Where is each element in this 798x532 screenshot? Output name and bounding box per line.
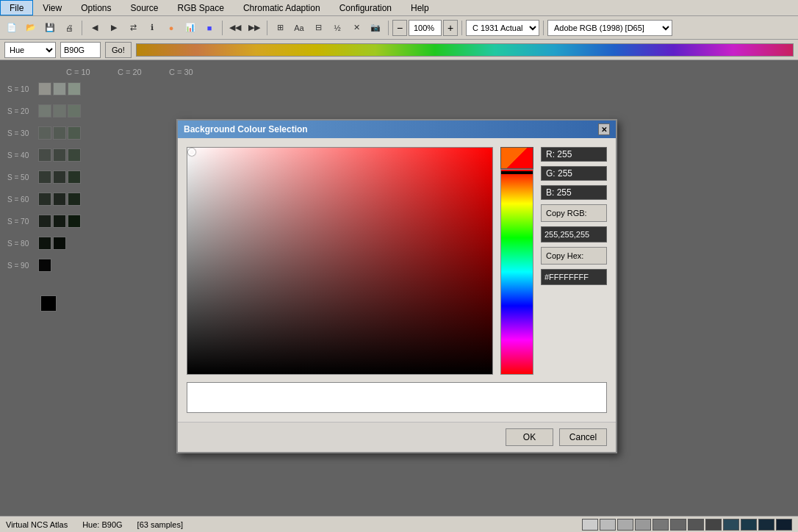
picker-handle[interactable] <box>188 148 195 156</box>
ok-button[interactable]: OK <box>506 428 553 446</box>
forward-button[interactable]: ▶ <box>105 19 123 37</box>
save-button[interactable]: 💾 <box>41 19 59 37</box>
status-swatch-1[interactable] <box>582 519 598 531</box>
cross-button[interactable]: ✕ <box>348 19 365 37</box>
sep4 <box>388 21 389 35</box>
label-button[interactable]: Aa <box>290 19 308 37</box>
profile1-select[interactable]: C 1931 Actual <box>466 20 539 36</box>
color-wheel-button[interactable]: ● <box>162 19 180 37</box>
gradient-inner <box>187 148 492 374</box>
new-button[interactable]: 📄 <box>3 19 21 37</box>
status-swatch-10[interactable] <box>741 519 757 531</box>
sep6 <box>543 21 544 35</box>
menu-configuration[interactable]: Configuration <box>330 0 401 15</box>
copy-rgb-input[interactable] <box>541 226 607 242</box>
back-button[interactable]: ◀ <box>86 19 104 37</box>
dialog-body: R: 255 G: 255 B: 255 Copy RGB: Copy Hex: <box>178 138 616 422</box>
status-swatch-6[interactable] <box>670 519 686 531</box>
hue-spectrum <box>136 43 794 57</box>
zoom-in-button[interactable]: + <box>443 20 458 36</box>
next-hue-button[interactable]: ▶▶ <box>245 19 263 37</box>
b-value: B: 255 <box>541 185 607 200</box>
dialog-footer: OK Cancel <box>178 422 616 452</box>
menu-help[interactable]: Help <box>401 0 439 15</box>
menu-source[interactable]: Source <box>121 0 168 15</box>
hue-bar: Hue Go! <box>0 40 798 60</box>
dialog-close-button[interactable]: ✕ <box>598 123 610 135</box>
zoom-out-button[interactable]: − <box>392 20 407 36</box>
sep2 <box>222 21 223 35</box>
color-sample <box>500 147 533 169</box>
status-swatches <box>582 519 792 531</box>
info-button[interactable]: ℹ <box>143 19 161 37</box>
sep5 <box>461 21 462 35</box>
background-colour-dialog: Background Colour Selection ✕ <box>176 119 617 453</box>
status-swatch-2[interactable] <box>600 519 616 531</box>
dialog-titlebar: Background Colour Selection ✕ <box>178 121 616 138</box>
g-value: G: 255 <box>541 166 607 181</box>
profile2-select[interactable]: Adobe RGB (1998) [D65] <box>547 20 672 36</box>
camera-button[interactable]: 📷 <box>367 19 384 37</box>
hue-slider[interactable] <box>500 169 533 375</box>
status-swatch-3[interactable] <box>617 519 633 531</box>
print-button[interactable]: 🖨 <box>60 19 78 37</box>
split-button[interactable]: ⊟ <box>309 19 327 37</box>
sep3 <box>267 21 267 35</box>
zoom-level: 100% <box>409 20 442 36</box>
open-button[interactable]: 📂 <box>22 19 40 37</box>
menu-file[interactable]: File <box>0 0 33 15</box>
sep1 <box>82 21 82 35</box>
status-swatch-12[interactable] <box>776 519 792 531</box>
color-preview-strip <box>187 382 607 413</box>
hue-value-input[interactable] <box>60 42 101 58</box>
chart-area: C = 10 C = 20 C = 30 S = 10 S = 20 S = 3… <box>0 60 798 516</box>
menu-options[interactable]: Options <box>71 0 121 15</box>
status-swatch-8[interactable] <box>705 519 722 531</box>
grid-button[interactable]: ⊞ <box>271 19 289 37</box>
square-button[interactable]: ■ <box>201 19 218 37</box>
dialog-title: Background Colour Selection <box>184 124 308 134</box>
status-swatch-5[interactable] <box>653 519 669 531</box>
copy-hex-input[interactable] <box>541 269 607 285</box>
menu-view[interactable]: View <box>33 0 71 15</box>
status-swatch-9[interactable] <box>723 519 739 531</box>
toolbar: 📄 📂 💾 🖨 ◀ ▶ ⇄ ℹ ● 📊 ■ ◀◀ ▶▶ ⊞ Aa ⊟ ½ ✕ 📷… <box>0 16 798 40</box>
dialog-overlay: Background Colour Selection ✕ <box>0 60 798 516</box>
menu-bar: File View Options Source RGB Space Chrom… <box>0 0 798 16</box>
copy-rgb-button[interactable]: Copy RGB: <box>541 204 607 222</box>
prev-hue-button[interactable]: ◀◀ <box>226 19 244 37</box>
status-bar: Virtual NCS Atlas Hue: B90G [63 samples] <box>0 516 798 532</box>
hue-slider-handle[interactable] <box>501 171 533 177</box>
status-swatch-11[interactable] <box>758 519 774 531</box>
samples-info: [63 samples] <box>137 520 183 529</box>
hue-go-button[interactable]: Go! <box>105 42 132 58</box>
color-picker-row: R: 255 G: 255 B: 255 Copy RGB: Copy Hex: <box>187 147 607 375</box>
chart-button[interactable]: 📊 <box>181 19 199 37</box>
main-area: C = 10 C = 20 C = 30 S = 10 S = 20 S = 3… <box>0 60 798 516</box>
rgb-panel: R: 255 G: 255 B: 255 Copy RGB: Copy Hex: <box>541 147 607 285</box>
menu-chromatic[interactable]: Chromatic Adaption <box>234 0 330 15</box>
hue-mode-select[interactable]: Hue <box>4 42 56 58</box>
menu-rgb-space[interactable]: RGB Space <box>168 0 234 15</box>
r-value: R: 255 <box>541 147 607 162</box>
hue-slider-container <box>500 147 533 375</box>
status-swatch-7[interactable] <box>688 519 704 531</box>
color-gradient-picker[interactable] <box>187 147 493 375</box>
status-swatch-4[interactable] <box>635 519 651 531</box>
app-name: Virtual NCS Atlas <box>6 520 68 529</box>
copy-hex-button[interactable]: Copy Hex: <box>541 247 607 265</box>
flip-button[interactable]: ⇄ <box>124 19 142 37</box>
cancel-button[interactable]: Cancel <box>559 428 607 446</box>
half-button[interactable]: ½ <box>328 19 346 37</box>
hue-info: Hue: B90G <box>82 520 122 529</box>
